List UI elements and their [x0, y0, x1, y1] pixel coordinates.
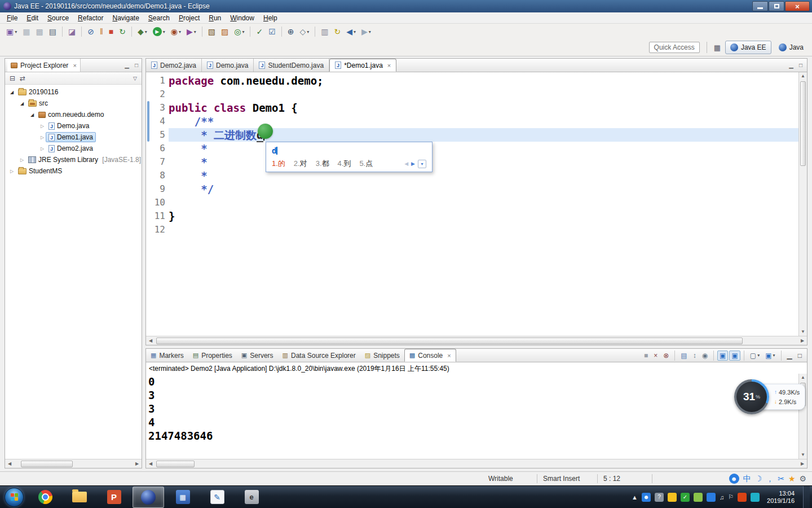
tree-item[interactable]: ▷Demo1.java — [5, 132, 142, 143]
terminate-icon[interactable]: ■ — [107, 25, 116, 38]
quick-access-input[interactable]: Quick Access — [649, 42, 700, 53]
ime-candidate[interactable]: 4.到 — [338, 159, 351, 168]
show-on-stdout-icon[interactable]: ▣ — [717, 351, 728, 361]
editor-tab-studentdemo.java[interactable]: StudentDemo.java — [254, 59, 329, 72]
ime-candidate[interactable]: 2.对 — [294, 159, 307, 168]
tree-item[interactable]: ◢com.neuedu.demo — [5, 109, 142, 120]
maximize-view-icon[interactable]: □ — [798, 62, 804, 68]
shield-icon[interactable] — [707, 493, 716, 502]
new-wizard-icon[interactable]: ▣▾ — [4, 25, 19, 38]
suspend-icon[interactable]: ‖ — [98, 25, 105, 38]
chinese-mode-icon[interactable]: 中 — [743, 474, 751, 484]
punctuation-icon[interactable]: ， — [766, 474, 774, 484]
panel-tab-markers[interactable]: ▦Markers — [146, 349, 188, 362]
settings-gear-icon[interactable]: ⚙ — [799, 474, 806, 484]
panel-tab-properties[interactable]: ▤Properties — [188, 349, 237, 362]
scissors-icon[interactable]: ✂ — [778, 474, 784, 484]
show-on-stderr-icon[interactable]: ▣ — [729, 351, 740, 361]
code-text[interactable]: } — [169, 209, 798, 223]
skip-breakpoints-icon[interactable]: ⊘ — [85, 25, 96, 38]
coverage-icon[interactable]: ◉▾ — [169, 25, 183, 38]
menu-edit[interactable]: Edit — [22, 13, 43, 23]
close-view-icon[interactable]: × — [73, 62, 76, 69]
tree-expand-arrow-icon[interactable]: ▷ — [39, 135, 46, 140]
view-menu-icon[interactable]: ▽ — [133, 76, 137, 81]
new-class-icon[interactable]: ◎▾ — [232, 25, 246, 38]
ime-candidate[interactable]: 1.的 — [272, 159, 285, 168]
junit-icon[interactable]: ✓ — [254, 25, 265, 38]
menu-source[interactable]: Source — [43, 13, 73, 23]
scroll-left-icon[interactable]: ◀ — [146, 338, 155, 343]
scroll-lock-icon[interactable]: ↕ — [691, 351, 699, 361]
update-icon[interactable] — [738, 493, 747, 502]
menu-search[interactable]: Search — [144, 13, 174, 23]
tree-item[interactable]: ▷Demo2.java — [5, 143, 142, 154]
taskbar-button-calculator[interactable]: ▦ — [167, 487, 198, 508]
new-java-project-icon[interactable]: ▧ — [206, 25, 218, 38]
scroll-down-icon[interactable]: ▼ — [799, 451, 807, 459]
new-package-icon[interactable]: ▨ — [219, 25, 231, 38]
remove-launch-icon[interactable]: × — [651, 351, 660, 361]
perspective-java[interactable]: Java — [774, 41, 809, 54]
explorer-hscrollbar[interactable]: ◀ ▶ — [5, 459, 142, 468]
tree-expand-arrow-icon[interactable]: ▷ — [19, 157, 25, 163]
menu-refactor[interactable]: Refactor — [73, 13, 108, 23]
menu-file[interactable]: File — [2, 13, 22, 23]
sogou-account-icon[interactable]: ☻ — [729, 474, 739, 484]
code-text[interactable] — [169, 196, 798, 209]
scroll-thumb[interactable] — [156, 461, 195, 467]
print-icon[interactable]: ▤ — [47, 25, 59, 38]
taskbar-button-explorer[interactable] — [64, 487, 95, 508]
run-icon[interactable]: ▶▾ — [151, 25, 167, 38]
code-text[interactable] — [169, 223, 798, 237]
network-flag-icon[interactable]: ⚐ — [728, 493, 734, 501]
link-editor-icon[interactable]: ⇄ — [20, 75, 25, 82]
scroll-right-icon[interactable]: ▶ — [798, 461, 807, 466]
scroll-thumb[interactable] — [800, 81, 806, 166]
memory-usage-ball[interactable]: 31% — [734, 379, 769, 414]
code-editor[interactable]: 1package com.neuedu.demo;23public class … — [146, 72, 807, 336]
start-button[interactable] — [5, 488, 24, 507]
medal-icon[interactable]: ★ — [788, 474, 796, 484]
help-icon[interactable]: ? — [655, 493, 664, 502]
menu-navigate[interactable]: Navigate — [108, 13, 143, 23]
audio-icon[interactable]: ♫ — [720, 494, 724, 501]
panel-tab-servers[interactable]: ▣Servers — [237, 349, 278, 362]
remove-all-launches-icon[interactable]: ⊗ — [661, 351, 671, 361]
code-text[interactable]: public class Demo1 { — [169, 101, 798, 115]
scroll-up-icon[interactable]: ▲ — [799, 72, 807, 80]
open-perspective-icon[interactable]: ▦ — [714, 43, 721, 52]
panel-tab-console[interactable]: ▩Console× — [404, 349, 456, 362]
ime-candidate[interactable]: 5.点 — [359, 159, 373, 168]
relaunch-icon[interactable]: ↻ — [117, 25, 128, 38]
tree-expand-arrow-icon[interactable]: ▷ — [39, 124, 46, 129]
editor-tab-demo2.java[interactable]: Demo2.java — [146, 59, 202, 72]
show-desktop-button[interactable] — [803, 486, 810, 508]
scroll-right-icon[interactable]: ▶ — [798, 338, 807, 343]
open-console-icon[interactable]: ▣▾ — [763, 351, 777, 361]
taskbar-button-powerpoint[interactable]: P — [98, 487, 130, 508]
minimize-view-icon[interactable]: ▁ — [123, 62, 130, 68]
menu-run[interactable]: Run — [204, 13, 226, 23]
code-text[interactable]: * — [169, 169, 798, 182]
panel-tab-data-source-explorer[interactable]: ▥Data Source Explorer — [278, 349, 360, 362]
build-icon[interactable]: ◪ — [66, 25, 78, 38]
taskbar-button-notes[interactable]: ✎ — [201, 487, 233, 508]
annotation-icon[interactable]: ▥ — [319, 25, 330, 38]
tree-expand-arrow-icon[interactable]: ▷ — [8, 169, 15, 174]
terminate-console-icon[interactable]: ■ — [642, 351, 650, 361]
ime-candidate[interactable]: 3.都 — [316, 159, 329, 168]
taskbar-button-chrome[interactable] — [29, 487, 61, 508]
taskbar-button-editor[interactable]: e — [236, 487, 267, 508]
security-check-icon[interactable]: ✓ — [681, 493, 690, 502]
im-user-icon[interactable]: ☻ — [642, 493, 651, 502]
task-icon[interactable]: ☑ — [266, 25, 278, 38]
scroll-right-icon[interactable]: ▶ — [133, 461, 142, 466]
pin-console-icon[interactable]: ◉ — [700, 351, 710, 361]
editor-tab-demo1.java[interactable]: *Demo1.java× — [329, 59, 396, 72]
message-icon[interactable] — [751, 493, 760, 502]
tree-item[interactable]: ◢src — [5, 98, 142, 109]
scroll-left-icon[interactable]: ◀ — [5, 461, 14, 466]
scroll-left-icon[interactable]: ◀ — [146, 461, 155, 466]
accelerate-ball-icon[interactable] — [694, 493, 703, 502]
